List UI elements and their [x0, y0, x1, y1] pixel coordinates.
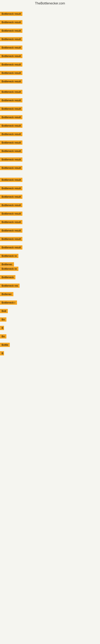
bottleneck-result-item[interactable]: Bottleneck result [0, 220, 22, 225]
bottleneck-result-item[interactable]: Bottleneck result [0, 194, 22, 200]
bottleneck-badge: Bottleneck result [0, 158, 22, 162]
bottleneck-badge: Bottleneck result [0, 124, 22, 128]
bottleneck-badge: Bottleneck result [0, 62, 22, 66]
bottleneck-result-item[interactable]: Bottleneck result [0, 46, 22, 50]
bottleneck-result-item[interactable]: Bottleneck result [0, 12, 22, 17]
bottleneck-result-item[interactable]: Bottleneck result [0, 62, 22, 68]
bottleneck-badge: Bo [0, 334, 6, 338]
bottleneck-badge: Bottleneck result [0, 46, 22, 50]
bottleneck-result-item[interactable]: Bottleneck result [0, 212, 22, 216]
bottleneck-result-item[interactable]: Bo [0, 334, 6, 339]
bottleneck-badge: Bottleneck re [0, 254, 18, 258]
bottleneck-result-item[interactable]: B [0, 326, 4, 331]
bottleneck-result-item[interactable]: Bottleneck result [0, 124, 22, 128]
bottleneck-result-item[interactable]: Bottleneck result [0, 20, 22, 25]
bottleneck-result-item[interactable]: Bottleneck result [0, 140, 22, 146]
bottleneck-badge: Bottleneck result [0, 115, 22, 119]
site-title: TheBottlenecker.com [0, 0, 100, 6]
bottleneck-badge: Bottleneck result [0, 98, 22, 102]
bottleneck-badge: Bottleneck result [0, 245, 22, 250]
bottleneck-result-item[interactable]: Bottleneck result [0, 54, 22, 59]
bottleneck-badge: Bottleneck result [0, 194, 22, 199]
bottleneck-badge: Bottleneck result [0, 107, 22, 111]
bottleneck-badge: Bo [0, 317, 6, 322]
bottleneck-badge: Bottleneck result [0, 54, 22, 58]
bottleneck-badge: Bottleneck result [0, 212, 22, 216]
bottleneck-badge: Bottleneck res [0, 284, 20, 288]
bottleneck-badge: Bottleneck result [0, 71, 22, 75]
bottleneck-badge: Bottleneck re [0, 267, 18, 271]
bottleneck-badge: Bottleneck result [0, 20, 22, 24]
bottleneck-badge: Bottleneck result [0, 178, 22, 182]
bottleneck-result-item[interactable]: Bottleneck result [0, 203, 22, 208]
bottleneck-result-item[interactable]: Bottleneck result [0, 158, 22, 162]
bottleneck-badge: Bottleneck result [0, 166, 22, 170]
bottleneck-result-item[interactable]: Bottleneck re [0, 267, 18, 272]
bottleneck-badge: Botlenec [0, 292, 13, 296]
bottleneck-result-item[interactable]: Bottleneck result [0, 166, 22, 171]
bottleneck-badge: Bottleneck result [0, 203, 22, 207]
bottleneck-result-item[interactable]: Bottleneck re [0, 254, 18, 259]
bottleneck-result-item[interactable]: Bottleneck result [0, 90, 22, 95]
bottleneck-result-item[interactable]: Bottleneck result [0, 28, 22, 34]
bottleneck-badge: Bottleneck [0, 275, 15, 279]
bottleneck-result-item[interactable]: Bo [0, 317, 6, 322]
bottleneck-badge: Bottlenec [0, 262, 14, 266]
bottleneck-result-item[interactable]: Bottleneck result [0, 98, 22, 103]
bottleneck-badge: B [0, 351, 4, 356]
bottleneck-result-item[interactable]: Bottle [0, 343, 10, 348]
bottleneck-badge: Bottleneck result [0, 186, 22, 190]
bottleneck-result-item[interactable]: Bottleneck [0, 275, 15, 280]
bottleneck-result-item[interactable]: Bottleneck result [0, 149, 22, 154]
bottleneck-result-item[interactable]: Bottleneck result [0, 178, 22, 183]
bottleneck-result-item[interactable]: Bottleneck result [0, 37, 22, 42]
bottleneck-result-item[interactable]: Botlenec [0, 292, 13, 297]
bottleneck-result-item[interactable]: Bottleneck result [0, 115, 22, 120]
bottleneck-result-item[interactable]: B [0, 351, 4, 356]
bottleneck-result-item[interactable]: Bottleneck r [0, 300, 17, 306]
bottleneck-badge: Bottle [0, 343, 10, 347]
bottleneck-badge: Bott [0, 309, 8, 313]
bottleneck-badge: Bottleneck result [0, 237, 22, 241]
bottleneck-badge: Bottleneck result [0, 149, 22, 153]
bottleneck-badge: Bottleneck result [0, 79, 22, 84]
bottleneck-result-item[interactable]: Bottleneck result [0, 245, 22, 250]
bottleneck-result-item[interactable]: Bottleneck result [0, 228, 22, 234]
bottleneck-result-item[interactable]: Bottleneck result [0, 71, 22, 76]
bottleneck-result-item[interactable]: Bottleneck result [0, 79, 22, 84]
bottleneck-badge: Bottleneck result [0, 132, 22, 136]
bottleneck-result-item[interactable]: Bottleneck result [0, 107, 22, 112]
bottleneck-badge: Bottleneck result [0, 28, 22, 33]
bottleneck-result-item[interactable]: Bottleneck res [0, 284, 20, 288]
bottleneck-badge: Bottleneck result [0, 12, 22, 16]
bottleneck-badge: Bottleneck result [0, 37, 22, 41]
bottleneck-badge: Bottleneck result [0, 228, 22, 233]
bottleneck-badge: Bottleneck result [0, 220, 22, 224]
bottleneck-result-item[interactable]: Bottleneck result [0, 186, 22, 191]
bottleneck-badge: B [0, 326, 4, 330]
bottleneck-badge: Bottleneck r [0, 300, 17, 305]
bottleneck-badge: Bottleneck result [0, 140, 22, 145]
bottleneck-result-item[interactable]: Bott [0, 309, 8, 314]
bottleneck-result-item[interactable]: Bottleneck result [0, 237, 22, 242]
bottleneck-badge: Bottleneck result [0, 90, 22, 94]
bottleneck-result-item[interactable]: Bottleneck result [0, 132, 22, 137]
